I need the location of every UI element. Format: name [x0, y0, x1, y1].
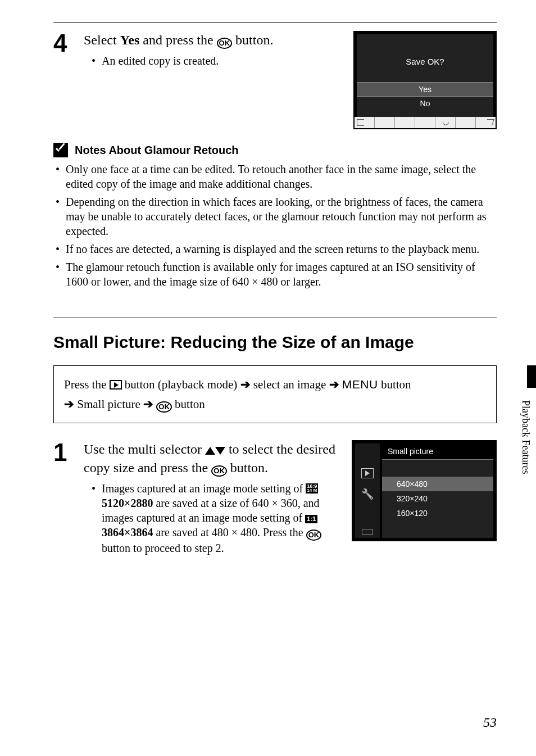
size-5120x2880: 5120×2880 — [102, 497, 153, 509]
menu-item-320x240: 320×240 — [382, 491, 493, 506]
ok-icon: OK — [211, 465, 227, 477]
ok-icon: OK — [156, 401, 172, 413]
sidebar-tab: Playback Features — [515, 365, 536, 508]
toolbar-seg — [395, 117, 415, 128]
mode-169-icon: 16:914 M — [306, 483, 318, 494]
notes-heading: Notes About Glamour Retouch — [53, 143, 497, 157]
notes-block: Notes About Glamour Retouch Only one fac… — [53, 143, 497, 289]
text: 14 M — [307, 488, 317, 493]
check-icon — [53, 143, 68, 157]
step-4: 4 Select Yes and press the OK button. An… — [53, 31, 497, 129]
text: button (playback mode) — [122, 378, 240, 391]
arrow-icon: ➔ — [329, 378, 339, 391]
toolbar-face-icon — [435, 117, 456, 128]
sidebar-tab-marker — [527, 365, 536, 388]
section-title: Small Picture: Reducing the Size of an I… — [53, 333, 497, 352]
small-picture-menu-screenshot: Small picture 640×480 320×240 160×120 — [352, 440, 497, 541]
section-divider — [53, 317, 497, 318]
menu-item-160x120: 160×120 — [382, 506, 493, 520]
text: button. — [232, 33, 273, 47]
step-1-bullets: Images captured at an image mode setting… — [84, 481, 340, 555]
toolbar-back-icon — [355, 117, 375, 128]
dialog-no: No — [357, 97, 493, 110]
text: Press the — [64, 378, 110, 391]
note-item: Only one face at a time can be edited. T… — [53, 162, 497, 191]
menu-label: MENU — [342, 378, 378, 391]
bullet: An edited copy is created. — [92, 53, 342, 68]
sidebar-label: Playback Features — [520, 373, 532, 474]
text: button to proceed to step 2. — [102, 542, 224, 554]
step-1: 1 Use the multi selector to select the d… — [53, 440, 497, 559]
bullet: Images captured at an image mode setting… — [92, 481, 340, 555]
arrow-icon: ➔ — [143, 397, 153, 410]
yes-word: Yes — [120, 33, 140, 47]
text: Use the multi selector — [84, 442, 205, 456]
mode-11-icon: 1:1 — [305, 515, 317, 523]
setup-tab-icon — [361, 490, 374, 500]
step-number: 1 — [53, 440, 72, 465]
text: are saved at 480 × 480. Press the — [153, 526, 306, 538]
toolbar-seg — [375, 117, 395, 128]
toolbar-seg — [415, 117, 435, 128]
save-dialog-screenshot: Save OK? Yes No — [353, 31, 497, 129]
text: Select — [84, 33, 120, 47]
lcd-sidebar — [355, 443, 380, 538]
step-4-content: Select Yes and press the OK button. An e… — [84, 31, 342, 71]
up-arrow-icon — [205, 447, 215, 455]
dialog-yes: Yes — [357, 82, 493, 97]
menu-item-640x480: 640×480 — [382, 477, 493, 491]
dialog-title: Save OK? — [357, 57, 493, 66]
toolbar-angle-icon — [476, 117, 496, 128]
step-1-content: Use the multi selector to select the des… — [84, 440, 340, 559]
menu-title: Small picture — [382, 443, 493, 460]
arrow-icon: ➔ — [240, 378, 251, 391]
lcd-toolbar — [355, 117, 496, 128]
battery-icon — [362, 529, 373, 535]
ok-icon: OK — [306, 529, 322, 541]
note-item: Depending on the direction in which face… — [53, 194, 497, 238]
lcd-save-dialog: Save OK? Yes No — [353, 31, 497, 129]
arrow-icon: ➔ — [64, 397, 74, 410]
toolbar-seg — [456, 117, 476, 128]
step-1-heading: Use the multi selector to select the des… — [84, 440, 340, 477]
down-arrow-icon — [215, 447, 225, 455]
page-number: 53 — [483, 715, 497, 730]
breadcrumb-box: Press the button (playback mode) ➔ selec… — [53, 365, 497, 423]
text: Small picture — [74, 397, 143, 411]
playback-tab-icon — [361, 468, 374, 478]
text: button. — [227, 460, 268, 475]
size-3864x3864: 3864×3864 — [102, 526, 153, 538]
note-item: The glamour retouch function is availabl… — [53, 260, 497, 289]
note-item: If no faces are detected, a warning is d… — [53, 242, 497, 256]
step-number: 4 — [53, 31, 72, 56]
ok-icon: OK — [217, 38, 233, 49]
text: and press the — [139, 33, 216, 47]
text: Images captured at an image mode setting… — [102, 482, 306, 495]
notes-list: Only one face at a time can be edited. T… — [53, 162, 497, 289]
lcd-main: Small picture 640×480 320×240 160×120 — [382, 443, 493, 538]
step-4-bullets: An edited copy is created. — [84, 53, 342, 68]
text: select an image — [251, 378, 329, 391]
text: button — [172, 397, 205, 411]
notes-title: Notes About Glamour Retouch — [75, 144, 238, 157]
step-4-heading: Select Yes and press the OK button. — [84, 31, 342, 49]
text: button — [378, 378, 411, 391]
playback-icon — [110, 380, 122, 390]
